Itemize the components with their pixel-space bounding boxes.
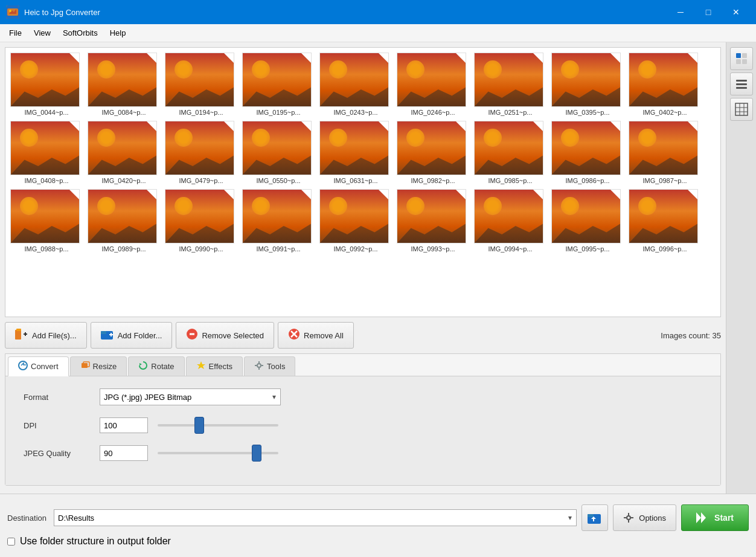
dpi-row: DPI <box>24 417 702 433</box>
dpi-slider[interactable] <box>158 424 278 427</box>
minimize-button[interactable]: ─ <box>667 0 694 24</box>
thumbnail-label: IMG_0395~p... <box>551 109 624 116</box>
app-icon <box>6 5 19 19</box>
add-files-button[interactable]: Add File(s)... <box>5 322 87 349</box>
list-item[interactable]: IMG_0246~p... <box>397 53 469 116</box>
list-item[interactable]: IMG_0195~p... <box>242 53 315 116</box>
svg-rect-31 <box>736 80 747 82</box>
list-item[interactable]: IMG_0044~p... <box>10 53 83 116</box>
thumbnail-label: IMG_0631~p... <box>319 177 392 184</box>
svg-rect-28 <box>742 53 747 58</box>
list-item[interactable]: IMG_0992~p... <box>319 189 392 253</box>
menu-softorbits[interactable]: SoftOrbits <box>57 26 104 40</box>
thumbnail-label: IMG_0996~p... <box>629 245 701 253</box>
jpeg-quality-slider[interactable] <box>158 452 278 454</box>
list-item[interactable]: IMG_0982~p... <box>397 121 469 184</box>
folder-structure-checkbox[interactable] <box>7 538 15 546</box>
tab-resize[interactable]: Resize <box>70 356 127 376</box>
thumbnail-image <box>397 53 466 107</box>
list-item[interactable]: IMG_0251~p... <box>474 53 546 116</box>
list-item[interactable]: IMG_0996~p... <box>629 189 701 253</box>
sidebar-table-view-button[interactable] <box>730 98 753 121</box>
sidebar-list-view-button[interactable] <box>730 72 753 95</box>
list-item[interactable]: IMG_0420~p... <box>88 121 160 184</box>
add-folder-button[interactable]: Add Folder... <box>91 322 173 349</box>
toolbar: Add File(s)... Add Folder... <box>0 317 726 353</box>
thumbnail-image <box>88 121 157 175</box>
svg-rect-33 <box>736 87 747 89</box>
remove-all-button[interactable]: Remove All <box>278 322 354 349</box>
list-item[interactable]: IMG_0990~p... <box>165 189 237 253</box>
options-button[interactable]: Options <box>613 504 676 531</box>
list-item[interactable]: IMG_0985~p... <box>474 121 546 184</box>
tab-tools[interactable]: Tools <box>244 356 295 376</box>
thumbnail-image <box>10 121 80 175</box>
list-item[interactable]: IMG_0993~p... <box>397 189 469 253</box>
close-button[interactable]: ✕ <box>722 0 750 24</box>
settings-panel: Convert Resize <box>5 353 721 486</box>
list-item[interactable]: IMG_0986~p... <box>551 121 624 184</box>
thumbnail-image <box>10 189 80 243</box>
list-item[interactable]: IMG_0631~p... <box>319 121 392 184</box>
thumbnail-label: IMG_0988~p... <box>10 245 83 253</box>
menu-file[interactable]: File <box>3 26 28 40</box>
thumbnail-image <box>88 53 157 107</box>
thumbnail-image <box>629 121 698 175</box>
thumbnail-label: IMG_0246~p... <box>397 109 469 116</box>
menu-help[interactable]: Help <box>104 26 132 40</box>
svg-rect-29 <box>736 59 741 64</box>
dpi-label: DPI <box>24 421 90 430</box>
window-controls: ─ □ ✕ <box>667 0 750 24</box>
list-item[interactable]: IMG_0988~p... <box>10 189 83 253</box>
thumbnail-image <box>474 189 543 243</box>
tab-effects[interactable]: Effects <box>186 356 243 376</box>
list-item[interactable]: IMG_0194~p... <box>165 53 237 116</box>
svg-marker-48 <box>696 512 701 523</box>
menubar: File View SoftOrbits Help <box>0 24 756 42</box>
svg-rect-32 <box>736 83 747 85</box>
bottom-bar: Destination D:\Results Options <box>0 494 756 557</box>
thumbnails-scroll[interactable]: IMG_0044~p... IMG_0084~p... IMG_0194~p..… <box>5 48 720 317</box>
thumbnail-label: IMG_0550~p... <box>242 177 315 184</box>
browse-folder-button[interactable] <box>581 504 608 531</box>
add-files-icon <box>15 329 28 343</box>
folder-structure-label: Use folder structure in output folder <box>20 536 171 547</box>
dpi-input[interactable] <box>100 417 148 433</box>
list-item[interactable]: IMG_0408~p... <box>10 121 83 184</box>
thumbnail-label: IMG_0982~p... <box>397 177 469 184</box>
thumbnail-label: IMG_0990~p... <box>165 245 237 253</box>
list-item[interactable]: IMG_0995~p... <box>551 189 624 253</box>
format-select[interactable]: JPG (*.jpg) JPEG Bitmap PNG (*.png) Port… <box>100 388 281 405</box>
list-item[interactable]: IMG_0243~p... <box>319 53 392 116</box>
remove-selected-icon <box>186 328 198 343</box>
maximize-button[interactable]: □ <box>694 0 722 24</box>
tab-convert-label: Convert <box>31 362 59 371</box>
jpeg-quality-input[interactable] <box>100 445 148 461</box>
list-item[interactable]: IMG_0395~p... <box>551 53 624 116</box>
destination-label: Destination <box>7 514 46 523</box>
list-item[interactable]: IMG_0987~p... <box>629 121 701 184</box>
thumbnail-label: IMG_0408~p... <box>10 177 83 184</box>
thumbnail-label: IMG_0993~p... <box>397 245 469 253</box>
list-item[interactable]: IMG_0550~p... <box>242 121 315 184</box>
list-item[interactable]: IMG_0402~p... <box>629 53 701 116</box>
list-item[interactable]: IMG_0991~p... <box>242 189 315 253</box>
add-files-label: Add File(s)... <box>32 331 77 340</box>
menu-view[interactable]: View <box>28 26 57 40</box>
list-item[interactable]: IMG_0084~p... <box>88 53 160 116</box>
destination-select[interactable]: D:\Results <box>54 509 577 526</box>
thumbnails-container: IMG_0044~p... IMG_0084~p... IMG_0194~p..… <box>5 47 721 317</box>
checkbox-row: Use folder structure in output folder <box>7 536 749 547</box>
list-item[interactable]: IMG_0994~p... <box>474 189 546 253</box>
list-item[interactable]: IMG_0989~p... <box>88 189 160 253</box>
tab-rotate[interactable]: Rotate <box>128 356 184 376</box>
destination-select-wrapper: D:\Results <box>54 509 577 526</box>
list-item[interactable]: IMG_0479~p... <box>165 121 237 184</box>
sidebar-grid-view-button[interactable] <box>730 47 753 70</box>
remove-selected-button[interactable]: Remove Selected <box>176 322 274 349</box>
start-button[interactable]: Start <box>681 504 749 531</box>
thumbnail-image <box>88 189 157 243</box>
svg-point-17 <box>19 361 27 370</box>
convert-tab-icon <box>18 361 28 372</box>
tab-convert[interactable]: Convert <box>8 356 69 376</box>
